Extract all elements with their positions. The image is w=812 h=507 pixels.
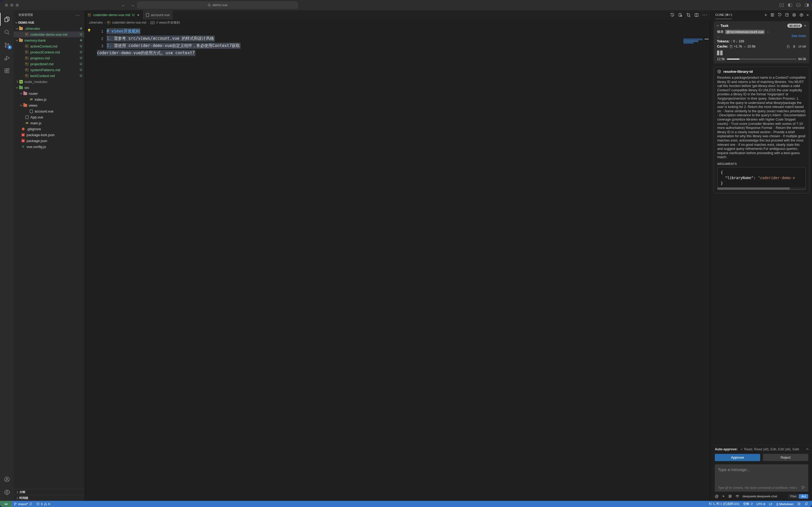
nodejs-folder-icon: JS xyxy=(19,79,23,84)
markdown-icon: M↓ xyxy=(25,62,29,66)
vue-icon: V xyxy=(21,145,25,149)
explorer-title: 资源管理器 xyxy=(18,13,33,17)
extensions-icon[interactable] xyxy=(0,64,14,77)
explorer-more-actions-icon[interactable]: ··· xyxy=(75,13,80,17)
markdown-icon: M↓ xyxy=(25,68,29,72)
zoom-window-button[interactable] xyxy=(15,3,19,7)
close-window-button[interactable] xyxy=(5,3,8,7)
src-folder-icon xyxy=(19,86,23,90)
file-icon xyxy=(25,115,29,119)
tree-item-main-js[interactable]: JS main.js xyxy=(14,120,84,126)
chevron-down-icon xyxy=(15,21,17,23)
tree-item-router[interactable]: router xyxy=(14,91,84,97)
tree-item-systempatterns[interactable]: M↓ systemPatterns.md U xyxy=(14,67,84,73)
breadcrumb-folder[interactable]: .clinerules xyxy=(89,21,103,24)
file-icon xyxy=(146,13,149,17)
tree-item-package-json[interactable]: n package.json xyxy=(14,138,84,144)
tree-item-src[interactable]: src xyxy=(14,84,84,91)
tree-item-router-index[interactable]: JS index.js xyxy=(14,97,84,102)
search-view-icon[interactable] xyxy=(0,26,14,39)
run-debug-icon[interactable] xyxy=(0,52,14,64)
editor-group: M↓ coderider-demo-vue.md U × account.vue… xyxy=(84,10,406,253)
tree-item-progress[interactable]: M↓ progress.md U xyxy=(14,55,84,61)
nav-back-icon[interactable]: ← xyxy=(121,3,126,7)
md-wrapped-line: coderider-demo-vue的使用方式, use context7 xyxy=(97,51,195,55)
tab-coderider-demo-vue-md[interactable]: M↓ coderider-demo-vue.md U × xyxy=(84,10,143,19)
markdown-icon: M↓ xyxy=(25,32,29,37)
folder-icon xyxy=(19,38,23,43)
md-heading: # views开发规则 xyxy=(107,29,139,34)
chevron-down-icon xyxy=(20,104,22,106)
folder-icon xyxy=(19,26,23,31)
window-controls[interactable] xyxy=(5,3,19,7)
symbol-string-icon: abc xyxy=(151,21,155,24)
tree-item-clinerules[interactable]: .clinerules xyxy=(14,25,84,32)
tree-item-techcontext[interactable]: M↓ techContext.md U xyxy=(14,73,84,79)
tree-item-coderider-md[interactable]: M↓ coderider-demo-vue.md U xyxy=(14,32,84,37)
markdown-icon: M↓ xyxy=(88,13,91,17)
chevron-down-icon xyxy=(20,92,22,94)
chevron-down-icon xyxy=(16,86,18,88)
tree-item-gitignore[interactable]: .gitignore xyxy=(14,126,84,132)
npm-icon: n xyxy=(21,138,25,143)
source-control-icon[interactable]: 8 xyxy=(0,39,14,52)
tree-item-productcontext[interactable]: M↓ productContext.md U xyxy=(14,49,84,55)
markdown-icon: M↓ xyxy=(25,50,29,54)
markdown-icon: M↓ xyxy=(107,21,110,24)
vscode-window: ← → demo-vue 8 xyxy=(0,0,406,253)
project-root-row[interactable]: DEMO-VUE xyxy=(14,19,84,25)
tree-item-package-lock[interactable]: n package-lock.json xyxy=(14,132,84,138)
changes-dot xyxy=(80,27,82,30)
tree-item-activecontext[interactable]: M↓ activeContext.md U xyxy=(14,43,84,49)
close-tab-icon[interactable]: × xyxy=(137,13,139,17)
tree-item-node-modules[interactable]: JS node_modules xyxy=(14,79,84,84)
file-tree: .clinerules M↓ coderider-demo-vue.md U m… xyxy=(14,25,84,253)
nav-forward-icon[interactable]: → xyxy=(130,3,135,7)
title-bar: ← → demo-vue xyxy=(0,0,406,10)
tab-bar: M↓ coderider-demo-vue.md U × account.vue… xyxy=(84,10,406,19)
markdown-icon: M↓ xyxy=(25,56,29,60)
lightbulb-icon[interactable] xyxy=(87,29,91,32)
scm-badge: 8 xyxy=(7,45,12,49)
tree-item-account-vue[interactable]: account.vue xyxy=(14,108,84,114)
changes-dot xyxy=(80,39,82,41)
explorer-sidebar: 资源管理器 ··· DEMO-VUE .clinerules M↓ coderi… xyxy=(14,10,84,253)
command-center-search[interactable]: demo-vue xyxy=(137,2,298,9)
tree-item-memory-bank[interactable]: memory-bank xyxy=(14,37,84,43)
minimize-window-button[interactable] xyxy=(10,3,13,7)
markdown-icon: M↓ xyxy=(25,44,29,48)
search-icon xyxy=(208,3,211,7)
tab-account-vue[interactable]: account.vue xyxy=(143,10,173,19)
breadcrumb-file[interactable]: coderider-demo-vue.md xyxy=(112,21,146,24)
tree-item-vue-config[interactable]: V vue.config.js xyxy=(14,144,84,150)
javascript-icon: JS xyxy=(25,121,29,125)
chevron-right-icon xyxy=(16,80,18,83)
router-folder-icon xyxy=(23,91,27,96)
command-center-label: demo-vue xyxy=(213,3,228,7)
md-list-item: 需使用 coderider-demo-vue自定义组件，务必使用Context7… xyxy=(114,43,240,48)
tree-item-app-vue[interactable]: App.vue xyxy=(14,114,84,120)
tree-item-projectbrief[interactable]: M↓ projectbrief.md U xyxy=(14,61,84,67)
npm-icon: n xyxy=(21,133,25,137)
tree-item-views[interactable]: views xyxy=(14,102,84,108)
code-area[interactable]: 1 # views开发规则 2 1. 需参考 src/views/account… xyxy=(84,25,406,253)
chevron-down-icon xyxy=(16,39,18,41)
markdown-icon: M↓ xyxy=(25,73,29,78)
git-icon xyxy=(21,127,25,131)
project-name: DEMO-VUE xyxy=(18,21,34,24)
chevron-down-icon xyxy=(16,27,18,29)
breadcrumb-symbol[interactable]: # views开发规则 xyxy=(156,20,180,25)
activity-bar: 8 xyxy=(0,10,14,253)
views-folder-icon xyxy=(23,103,27,107)
md-list-item: 需参考 src/views/account.vue 的样式和设计风格 xyxy=(114,36,214,41)
file-icon xyxy=(29,109,33,113)
explorer-icon[interactable] xyxy=(0,13,14,26)
javascript-icon: JS xyxy=(29,97,33,102)
breadcrumb: .clinerules › M↓ coderider-demo-vue.md ›… xyxy=(84,19,406,25)
